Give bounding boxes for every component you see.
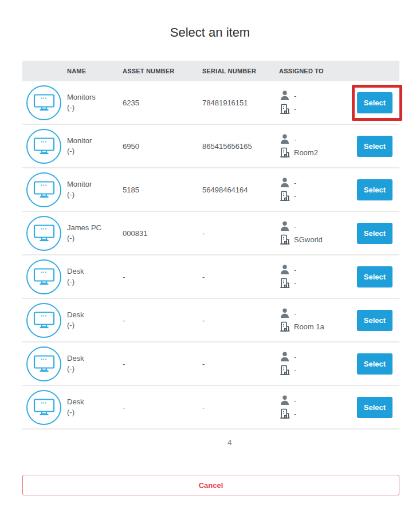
table-row: Monitor (-) 5185 56498464164 - (22, 168, 399, 212)
building-icon (279, 321, 291, 332)
item-name: Monitor (67, 136, 123, 146)
person-icon (279, 352, 291, 362)
table-header: NAME ASSET NUMBER SERIAL NUMBER ASSIGNED… (22, 61, 399, 81)
serial-number: 865415656165 (202, 125, 279, 167)
item-name: Monitor (67, 179, 123, 190)
item-subname: (-) (67, 277, 123, 287)
select-button[interactable]: Select (357, 310, 392, 331)
assigned-location: - (294, 366, 296, 375)
monitor-icon (26, 172, 61, 207)
item-subname: (-) (67, 364, 123, 374)
building-icon (279, 408, 291, 419)
item-name: Desk (67, 397, 123, 407)
serial-number: - (202, 342, 279, 385)
item-name: Monitors (67, 92, 123, 103)
desk-icon (26, 390, 61, 425)
column-header-serial-number: SERIAL NUMBER (202, 68, 279, 74)
assigned-person: - (294, 92, 296, 100)
assigned-location: - (294, 105, 296, 113)
asset-number: 5185 (123, 168, 202, 211)
asset-number: - (123, 342, 202, 385)
person-icon (279, 134, 291, 144)
asset-number: 000831 (123, 212, 202, 254)
assigned-person: - (294, 179, 296, 187)
serial-number: - (202, 386, 279, 428)
column-header-name: NAME (67, 68, 123, 74)
person-icon (279, 90, 291, 101)
serial-number: - (202, 255, 279, 298)
select-button[interactable]: Select (357, 179, 392, 200)
assigned-person: - (294, 222, 296, 231)
monitor-icon (26, 85, 61, 120)
select-button[interactable]: Select (357, 136, 392, 157)
table-row: Desk (-) - - - (22, 342, 399, 386)
item-name: Desk (67, 266, 123, 277)
assigned-location: - (294, 279, 296, 287)
asset-number: 6235 (123, 81, 202, 124)
desk-icon (26, 303, 61, 338)
assigned-location: - (294, 409, 296, 418)
assigned-location: SGworld (294, 235, 323, 244)
table-row: Desk (-) - - - (22, 299, 399, 342)
building-icon (279, 278, 291, 289)
asset-number: 6950 (123, 125, 202, 167)
desk-icon (26, 346, 61, 381)
assigned-location: - (294, 192, 296, 200)
pagination-page-3[interactable]: 3 (0, 438, 32, 447)
monitor-icon (26, 216, 61, 251)
building-icon (279, 365, 291, 376)
asset-number: - (123, 255, 202, 298)
building-icon (279, 104, 291, 115)
item-subname: (-) (67, 146, 123, 156)
serial-number: 78481916151 (202, 81, 279, 124)
item-subname: (-) (67, 407, 123, 417)
table-row: Desk (-) - - - (22, 386, 399, 430)
item-subname: (-) (67, 190, 123, 200)
select-button[interactable]: Select (357, 223, 392, 244)
serial-number: 56498464164 (202, 168, 279, 211)
item-subname: (-) (67, 233, 123, 243)
serial-number: - (202, 299, 279, 341)
building-icon (279, 234, 291, 245)
table-row: James PC (-) 000831 - - (22, 212, 399, 255)
person-icon (279, 308, 291, 318)
serial-number: - (202, 212, 279, 254)
items-table: NAME ASSET NUMBER SERIAL NUMBER ASSIGNED… (22, 61, 399, 430)
assigned-location: Room2 (294, 148, 318, 157)
monitor-icon (26, 129, 61, 164)
person-icon (279, 265, 291, 275)
item-name: Desk (67, 353, 123, 364)
pagination-page-4[interactable]: 4 (41, 438, 418, 447)
assigned-person: - (294, 309, 296, 318)
desk-icon (26, 259, 61, 294)
select-button[interactable]: Select (357, 397, 392, 418)
page-title: Select an item (0, 0, 420, 38)
table-row: Monitor (-) 6950 865415656165 - (22, 125, 399, 168)
asset-number: - (123, 386, 202, 428)
assigned-person: - (294, 353, 296, 361)
item-name: James PC (67, 223, 123, 233)
table-row: Desk (-) - - - (22, 255, 399, 299)
building-icon (279, 147, 291, 158)
building-icon (279, 191, 291, 202)
person-icon (279, 178, 291, 188)
cancel-button[interactable]: Cancel (22, 475, 399, 495)
assigned-person: - (294, 266, 296, 274)
person-icon (279, 221, 291, 231)
select-button[interactable]: Select (357, 353, 392, 375)
item-name: Desk (67, 310, 123, 320)
assigned-location: Room 1a (294, 322, 324, 331)
column-header-asset-number: ASSET NUMBER (123, 68, 202, 74)
item-subname: (-) (67, 103, 123, 113)
select-button[interactable]: Select (357, 92, 392, 113)
assigned-person: - (294, 396, 296, 405)
select-button[interactable]: Select (357, 266, 392, 287)
item-subname: (-) (67, 320, 123, 330)
column-header-assigned-to: ASSIGNED TO (279, 68, 356, 74)
person-icon (279, 395, 291, 405)
asset-number: - (123, 299, 202, 341)
assigned-person: - (294, 135, 296, 144)
table-row: Monitors (-) 6235 78481916151 - (22, 81, 399, 125)
pagination: « Previous 123456 Next » (22, 435, 399, 450)
